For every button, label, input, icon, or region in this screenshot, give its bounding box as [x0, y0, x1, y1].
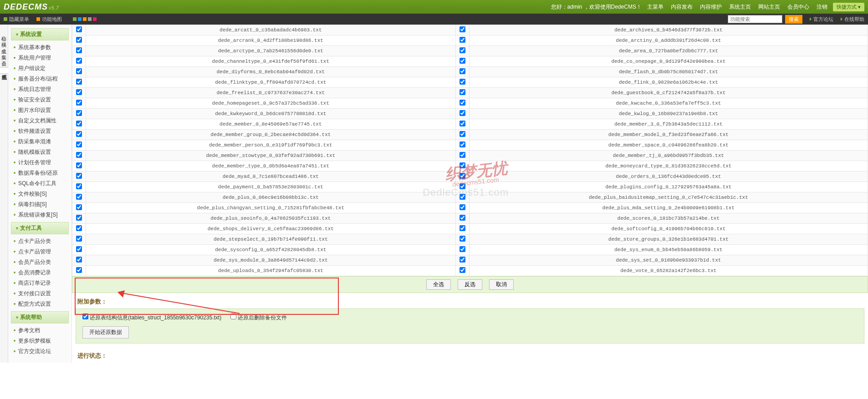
file-checkbox[interactable]: [460, 79, 465, 85]
file-checkbox[interactable]: [76, 100, 82, 106]
file-checkbox[interactable]: [460, 37, 465, 43]
file-checkbox[interactable]: [460, 183, 465, 189]
header-nav-link[interactable]: 主菜单: [643, 4, 667, 10]
file-checkbox[interactable]: [460, 68, 465, 74]
hide-menu-button[interactable]: 隐藏菜单: [4, 16, 29, 23]
sidebar-item[interactable]: 支付接口设置: [8, 288, 71, 299]
sidebar-item[interactable]: 配货方式设置: [8, 299, 71, 309]
sidebar-item[interactable]: 防采集串混淆: [8, 136, 71, 147]
header-nav-link[interactable]: 内容发布: [667, 4, 696, 10]
file-checkbox[interactable]: [76, 37, 82, 43]
sidebar-group-header[interactable]: 支付工具: [11, 222, 69, 234]
sidebar-item[interactable]: 计划任务管理: [8, 157, 71, 168]
sidebar-group-header[interactable]: 系统帮助: [11, 311, 69, 323]
sidebar-item[interactable]: 点卡产品分类: [8, 236, 71, 247]
file-checkbox[interactable]: [460, 267, 465, 273]
delete-after-checkbox[interactable]: [230, 313, 236, 319]
sidebar-item[interactable]: 系统日志管理: [8, 84, 71, 95]
file-checkbox[interactable]: [76, 121, 82, 126]
file-checkbox[interactable]: [460, 58, 465, 64]
sidebar-item[interactable]: 系统用户管理: [8, 53, 71, 63]
file-checkbox[interactable]: [76, 173, 82, 179]
sidebar-item[interactable]: 数据库备份/还原: [8, 168, 71, 178]
file-checkbox[interactable]: [460, 141, 465, 147]
vtab-采集[interactable]: 采集: [0, 48, 8, 54]
restore-struct-checkbox[interactable]: [82, 313, 88, 319]
file-checkbox[interactable]: [76, 47, 82, 53]
file-checkbox[interactable]: [76, 194, 82, 200]
cancel-button[interactable]: 取消: [489, 279, 514, 290]
file-checkbox[interactable]: [460, 152, 465, 158]
file-checkbox[interactable]: [460, 194, 465, 200]
file-checkbox[interactable]: [76, 236, 82, 242]
sidebar-item[interactable]: 官方交流论坛: [8, 346, 71, 357]
file-checkbox[interactable]: [460, 26, 465, 32]
sidebar-item[interactable]: 商店订单记录: [8, 278, 71, 288]
sidebar-item[interactable]: 验证安全设置: [8, 95, 71, 105]
file-checkbox[interactable]: [76, 141, 82, 147]
file-checkbox[interactable]: [76, 110, 82, 116]
file-checkbox[interactable]: [76, 131, 82, 137]
restore-struct-option[interactable]: 还原表结构信息(tables_struct_1855b9630c790235.t…: [82, 314, 221, 321]
inverse-button[interactable]: 反选: [458, 279, 482, 290]
file-checkbox[interactable]: [76, 246, 82, 252]
search-button[interactable]: 搜索: [785, 15, 802, 24]
file-checkbox[interactable]: [460, 246, 465, 252]
file-checkbox[interactable]: [76, 183, 82, 189]
header-nav-link[interactable]: 网站主页: [755, 4, 784, 10]
file-checkbox[interactable]: [460, 162, 465, 168]
file-checkbox[interactable]: [76, 204, 82, 210]
header-nav-link[interactable]: 注销: [813, 4, 831, 10]
file-checkbox[interactable]: [460, 100, 465, 106]
file-checkbox[interactable]: [76, 225, 82, 231]
search-input[interactable]: [728, 15, 782, 23]
sidebar-item[interactable]: 会员消费记录: [8, 268, 71, 278]
header-nav-link[interactable]: 会员中心: [784, 4, 813, 10]
vtab-模块[interactable]: 模块: [0, 35, 8, 41]
file-checkbox[interactable]: [76, 79, 82, 85]
file-checkbox[interactable]: [460, 215, 465, 221]
vtab-模板[interactable]: 模板: [0, 61, 8, 66]
file-checkbox[interactable]: [460, 89, 465, 95]
sidebar-item[interactable]: 系统基本参数: [8, 42, 71, 53]
file-checkbox[interactable]: [460, 47, 465, 53]
forum-link[interactable]: 官方论坛: [810, 16, 833, 23]
file-checkbox[interactable]: [76, 162, 82, 168]
sidebar-item[interactable]: 自定义文档属性: [8, 116, 71, 126]
sidebar-item[interactable]: 文件校验[S]: [8, 189, 71, 199]
help-link[interactable]: 在线帮助: [841, 16, 864, 23]
file-checkbox[interactable]: [460, 131, 465, 137]
vtab-核心[interactable]: 核心: [0, 29, 8, 35]
sidebar-item[interactable]: 系统错误修复[S]: [8, 210, 71, 220]
vtab-系统[interactable]: 系统: [0, 67, 9, 74]
sidebar-item[interactable]: 参考文档: [8, 325, 71, 336]
file-checkbox[interactable]: [460, 110, 465, 116]
header-nav-link[interactable]: 内容维护: [696, 4, 725, 10]
sidebar-item[interactable]: 软件频道设置: [8, 126, 71, 136]
sidebar-item[interactable]: 随机模板设置: [8, 147, 71, 157]
file-checkbox[interactable]: [76, 68, 82, 74]
start-restore-button[interactable]: 开始还原数据: [82, 326, 129, 338]
file-checkbox[interactable]: [76, 215, 82, 221]
delete-after-option[interactable]: 还原后删除备份文件: [230, 314, 287, 321]
select-all-button[interactable]: 全选: [426, 279, 451, 290]
sidebar-item[interactable]: 更多织梦模板: [8, 336, 71, 346]
sidebar-item[interactable]: 图片水印设置: [8, 105, 71, 116]
file-checkbox[interactable]: [76, 58, 82, 64]
file-checkbox[interactable]: [76, 26, 82, 32]
file-checkbox[interactable]: [460, 225, 465, 231]
file-checkbox[interactable]: [76, 267, 82, 273]
sidebar-item[interactable]: 会员产品分类: [8, 257, 71, 268]
sitemap-button[interactable]: 功能地图: [36, 16, 62, 23]
vtab-生成[interactable]: 生成: [0, 42, 8, 47]
file-checkbox[interactable]: [460, 121, 465, 126]
file-checkbox[interactable]: [460, 204, 465, 210]
file-checkbox[interactable]: [460, 236, 465, 242]
sidebar-group-header[interactable]: 系统设置: [11, 28, 69, 40]
sidebar-item[interactable]: 用户组设定: [8, 63, 71, 74]
vtab-会员[interactable]: 会员: [0, 55, 8, 60]
sidebar-item[interactable]: SQL命令行工具: [8, 178, 71, 189]
sidebar-item[interactable]: 服务器分布/远程: [8, 74, 71, 84]
file-checkbox[interactable]: [460, 257, 465, 263]
file-checkbox[interactable]: [76, 257, 82, 263]
